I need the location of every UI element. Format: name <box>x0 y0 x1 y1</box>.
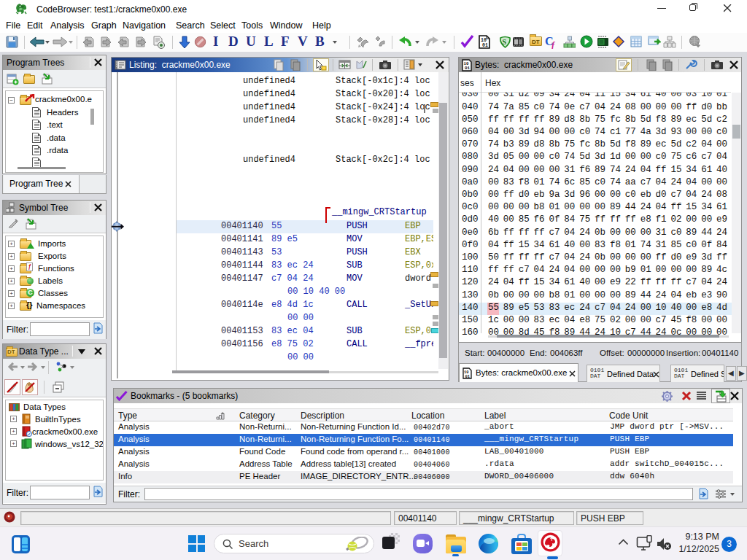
svg-text:10: 10 <box>481 38 487 43</box>
svg-text:01: 01 <box>465 66 470 71</box>
svg-text:f: f <box>551 40 555 49</box>
svg-text:S: S <box>503 38 507 46</box>
svg-text:01: 01 <box>482 43 488 48</box>
svg-text:01: 01 <box>465 375 470 379</box>
